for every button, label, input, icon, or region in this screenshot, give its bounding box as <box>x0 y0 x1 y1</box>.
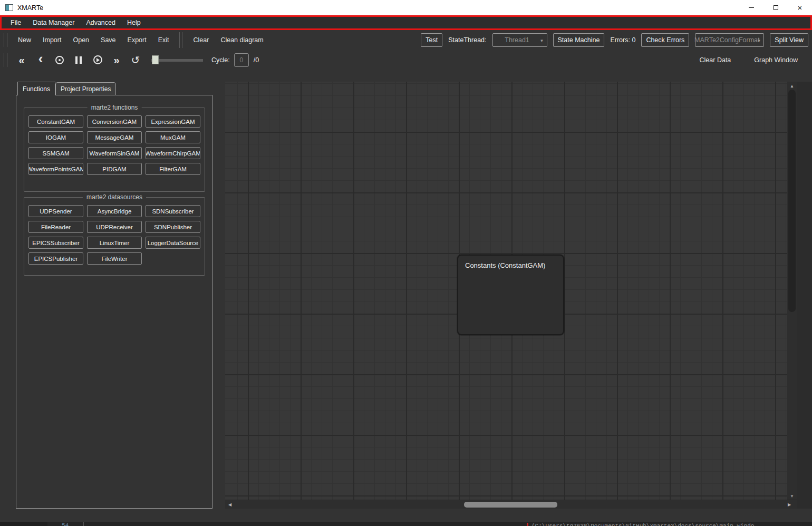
test-button[interactable]: Test <box>421 33 442 47</box>
pause-icon <box>75 56 82 64</box>
scroll-up-icon[interactable]: ▲ <box>787 82 797 90</box>
sidebar-tabs: Functions Project Properties <box>17 82 116 95</box>
function-button-filtergam[interactable]: FilterGAM <box>146 163 200 175</box>
graph-toolbar: Clear Data Graph Window <box>694 54 810 66</box>
refresh-icon: ↺ <box>131 55 140 65</box>
function-button-messagegam[interactable]: MessageGAM <box>87 131 142 143</box>
datasource-button-filereader[interactable]: FileReader <box>28 221 83 233</box>
cycle-total-label: /0 <box>254 56 259 64</box>
tab-project-properties[interactable]: Project Properties <box>55 82 116 95</box>
save-button[interactable]: Save <box>96 34 120 46</box>
function-button-conversiongam[interactable]: ConversionGAM <box>87 115 142 128</box>
node-title: Constants (ConstantGAM) <box>465 261 545 269</box>
function-button-waveformsingam[interactable]: WaveformSinGAM <box>87 147 142 159</box>
check-errors-button[interactable]: Check Errors <box>641 33 689 47</box>
xmarte-window: XMARTe × File Data Manager Advanced Help… <box>0 0 812 526</box>
import-button[interactable]: Import <box>38 34 65 46</box>
datasources-group-title: marte2 datasources <box>83 193 146 201</box>
scroll-left-icon[interactable]: ◀ <box>226 500 234 509</box>
split-view-button[interactable]: Split View <box>770 33 808 47</box>
exit-button[interactable]: Exit <box>154 34 173 46</box>
function-button-waveformpointsgam[interactable]: WaveformPointsGAM <box>28 163 83 175</box>
node-constants[interactable]: Constants (ConstantGAM) <box>457 255 564 335</box>
clear-button[interactable]: Clear <box>189 34 214 46</box>
title-bar: XMARTe × <box>0 0 812 15</box>
menu-item-help[interactable]: Help <box>121 19 147 26</box>
function-button-ssmgam[interactable]: SSMGAM <box>28 147 83 159</box>
state-thread-value: Thread1 <box>505 36 529 44</box>
skip-back-icon: « <box>18 55 24 65</box>
export-button[interactable]: Export <box>123 34 151 46</box>
graph-window-button[interactable]: Graph Window <box>750 54 802 66</box>
cycle-input[interactable] <box>234 53 249 67</box>
menu-item-data-manager[interactable]: Data Manager <box>27 19 80 26</box>
menu-bar: File Data Manager Advanced Help <box>0 15 812 30</box>
function-button-pidgam[interactable]: PIDGAM <box>87 163 142 175</box>
step-back-icon: ‹ <box>38 52 43 65</box>
state-thread-select[interactable]: Thread1 ▼ <box>492 33 547 47</box>
step-back-button[interactable]: ‹ <box>33 52 49 68</box>
vertical-scrollbar[interactable]: ▲ ▼ <box>787 82 797 500</box>
toolbar-grip[interactable] <box>4 33 7 47</box>
new-button[interactable]: New <box>14 34 35 46</box>
config-format-value: MARTe2ConfigFormat <box>694 36 759 44</box>
function-button-constantgam[interactable]: ConstantGAM <box>28 115 83 128</box>
minimize-button[interactable] <box>739 0 763 15</box>
app-icon <box>5 4 13 11</box>
datasource-button-asyncbridge[interactable]: AsyncBridge <box>87 205 142 217</box>
datasource-button-epicssubscriber[interactable]: EPICSSubscriber <box>28 237 83 249</box>
reset-button[interactable]: ↺ <box>128 52 143 68</box>
functions-panel: marte2 functions ConstantGAM ConversionG… <box>16 95 212 509</box>
record-icon <box>55 56 64 64</box>
function-button-expressiongam[interactable]: ExpressionGAM <box>146 115 200 128</box>
canvas-right-margin <box>797 82 812 509</box>
horizontal-scroll-thumb[interactable] <box>464 502 557 508</box>
function-button-muxgam[interactable]: MuxGAM <box>146 131 200 143</box>
record-button[interactable] <box>52 52 67 68</box>
datasource-button-loggerdatasource[interactable]: LoggerDataSource <box>146 237 200 249</box>
slider-handle[interactable] <box>152 55 159 64</box>
horizontal-scrollbar[interactable]: ◀ ▶ <box>225 500 797 509</box>
errors-count-label: Errors: 0 <box>610 36 635 44</box>
diagram-canvas[interactable]: Constants (ConstantGAM) ▲ ▼ ◀ ▶ <box>225 82 797 509</box>
window-title: XMARTe <box>17 4 43 12</box>
state-machine-button[interactable]: State Machine <box>553 33 605 47</box>
background-red-cursor <box>527 523 528 526</box>
cycle-label: Cycle: <box>211 56 230 64</box>
close-button[interactable]: × <box>788 0 812 15</box>
background-segment <box>0 522 47 526</box>
datasource-button-sdnpublisher[interactable]: SDNPublisher <box>146 221 200 233</box>
cycle-slider[interactable] <box>151 55 203 65</box>
datasource-button-sdnsubscriber[interactable]: SDNSubscriber <box>146 205 200 217</box>
vertical-scroll-thumb[interactable] <box>788 90 796 312</box>
skip-forward-button[interactable]: » <box>109 52 124 68</box>
clean-diagram-button[interactable]: Clean diagram <box>216 34 267 46</box>
open-button[interactable]: Open <box>69 34 93 46</box>
pause-button[interactable] <box>71 52 86 68</box>
toolbar-grip[interactable] <box>4 53 7 67</box>
play-button[interactable] <box>90 52 105 68</box>
menu-item-file[interactable]: File <box>5 19 27 26</box>
slider-track[interactable] <box>151 59 203 62</box>
datasource-button-epicspublisher[interactable]: EPICSPublisher <box>28 252 83 265</box>
datasource-button-udpreceiver[interactable]: UDPReceiver <box>87 221 142 233</box>
datasources-group: marte2 datasources UDPSender AsyncBridge… <box>24 197 205 276</box>
scroll-down-icon[interactable]: ▼ <box>787 492 797 500</box>
playback-toolbar: « ‹ » ↺ Cycle: /0 Clear Data Graph Windo… <box>0 50 812 70</box>
function-button-waveformchirpgam[interactable]: WaveformChirpGAM <box>146 147 200 159</box>
config-format-select[interactable]: MARTe2ConfigFormat ▼ <box>695 33 764 47</box>
clear-data-button[interactable]: Clear Data <box>695 54 736 66</box>
datasource-button-filewriter[interactable]: FileWriter <box>87 252 142 265</box>
background-console-path: (C:\Users\tq7638\Documents\GitHub\xmarte… <box>531 523 754 526</box>
tab-functions[interactable]: Functions <box>17 82 55 95</box>
scroll-right-icon[interactable]: ▶ <box>785 500 794 509</box>
datasource-button-udpsender[interactable]: UDPSender <box>28 205 83 217</box>
menu-item-advanced[interactable]: Advanced <box>80 19 121 26</box>
functions-group: marte2 functions ConstantGAM ConversionG… <box>24 108 205 192</box>
minimize-icon <box>749 7 754 8</box>
play-icon <box>93 55 102 64</box>
maximize-button[interactable] <box>763 0 788 15</box>
function-button-iogam[interactable]: IOGAM <box>28 131 83 143</box>
datasource-button-linuxtimer[interactable]: LinuxTimer <box>87 237 142 249</box>
skip-back-button[interactable]: « <box>14 52 30 68</box>
